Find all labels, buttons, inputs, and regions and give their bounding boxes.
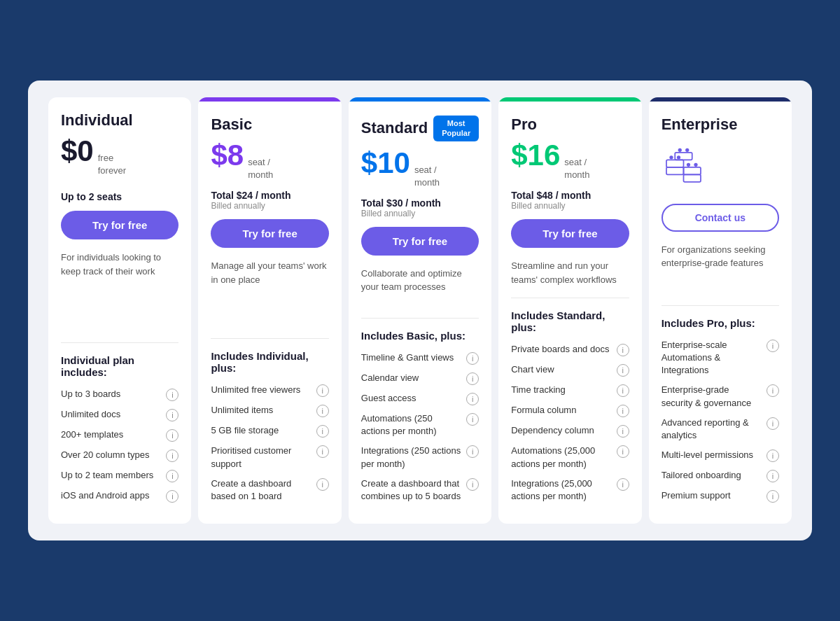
info-icon[interactable]: i: [316, 425, 329, 438]
svg-point-10: [694, 163, 697, 167]
info-icon[interactable]: i: [316, 445, 329, 458]
info-icon[interactable]: i: [466, 478, 479, 491]
contact-btn-enterprise[interactable]: Contact us: [662, 204, 779, 232]
price-row-basic: $8 seat / month: [211, 141, 328, 181]
info-icon[interactable]: i: [316, 384, 329, 397]
info-icon[interactable]: i: [466, 445, 479, 458]
feature-item: Over 20 column types i: [61, 449, 178, 462]
features-list-basic: Unlimited free viewers i Unlimited items…: [211, 384, 328, 510]
feature-item: iOS and Android apps i: [61, 489, 178, 503]
try-btn-pro[interactable]: Try for free: [511, 219, 629, 248]
seats-text-individual: Up to 2 seats: [61, 191, 178, 202]
description-pro: Streamline and run your teams' complex w…: [511, 259, 629, 286]
info-icon[interactable]: i: [766, 384, 779, 397]
divider-standard: [361, 318, 479, 319]
price-amount-pro: $16: [511, 141, 560, 170]
feature-item: Calendar view i: [361, 372, 479, 385]
info-icon[interactable]: i: [617, 478, 629, 491]
info-icon[interactable]: i: [766, 449, 779, 462]
try-btn-standard[interactable]: Try for free: [361, 227, 479, 256]
price-meta-basic: seat / month: [248, 156, 273, 181]
feature-item: Create a dashboard that combines up to 5…: [361, 477, 479, 503]
feature-item: Tailored onboarding i: [662, 469, 779, 482]
try-btn-individual[interactable]: Try for free: [61, 211, 178, 239]
info-icon[interactable]: i: [166, 389, 178, 401]
divider-basic: [211, 338, 328, 339]
feature-item: Unlimited docs i: [61, 408, 178, 421]
info-icon[interactable]: i: [166, 449, 178, 462]
price-row-pro: $16 seat / month: [511, 141, 629, 181]
feature-item: Guest access i: [361, 392, 479, 405]
info-icon[interactable]: i: [617, 425, 629, 438]
feature-item: Automations (250 actions per month) i: [361, 412, 479, 438]
info-icon[interactable]: i: [766, 490, 779, 503]
info-icon[interactable]: i: [766, 470, 779, 482]
info-icon[interactable]: i: [316, 405, 329, 417]
feature-item: Integrations (25,000 actions per month) …: [511, 477, 629, 503]
price-meta-pro: seat / month: [564, 156, 589, 181]
price-billed-basic: Billed annually: [211, 201, 328, 211]
info-icon[interactable]: i: [166, 490, 178, 503]
price-row-individual: $0 free forever: [61, 137, 178, 177]
price-meta-individual: free forever: [98, 152, 126, 177]
svg-rect-3: [683, 167, 701, 175]
plan-card-pro: Pro $16 seat / month Total $48 / month B…: [498, 97, 641, 524]
info-icon[interactable]: i: [466, 372, 479, 385]
info-icon[interactable]: i: [316, 478, 329, 491]
info-icon[interactable]: i: [617, 445, 629, 458]
svg-point-6: [677, 155, 680, 159]
feature-item: Up to 2 team members i: [61, 469, 178, 482]
price-amount-basic: $8: [211, 141, 244, 170]
svg-point-7: [678, 148, 681, 152]
divider-individual: [61, 342, 178, 343]
plan-card-standard: Standard Most Popular $10 seat / month T…: [349, 97, 491, 524]
svg-point-8: [685, 148, 689, 152]
try-btn-basic[interactable]: Try for free: [211, 219, 328, 248]
description-enterprise: For organizations seeking enterprise-gra…: [662, 243, 779, 294]
divider-pro: [511, 298, 629, 298]
features-list-enterprise: Enterprise-scale Automations & Integrati…: [662, 339, 779, 510]
svg-rect-0: [666, 167, 684, 175]
info-icon[interactable]: i: [166, 409, 178, 421]
features-title-enterprise: Includes Pro, plus:: [662, 317, 779, 329]
info-icon[interactable]: i: [166, 470, 178, 482]
plan-card-enterprise: Enterprise Contact us: [649, 97, 792, 524]
features-title-individual: Individual plan includes:: [61, 354, 178, 378]
feature-item: Prioritised customer support i: [211, 445, 328, 470]
price-meta-standard: seat / month: [414, 164, 440, 189]
plan-name-basic: Basic: [211, 116, 328, 134]
info-icon[interactable]: i: [617, 364, 629, 377]
price-amount-individual: $0: [61, 137, 94, 166]
feature-item: Premium support i: [662, 489, 779, 503]
features-title-basic: Includes Individual, plus:: [211, 350, 328, 374]
info-icon[interactable]: i: [766, 340, 779, 352]
description-basic: Manage all your teams' work in one place: [211, 259, 328, 327]
feature-item: Enterprise-scale Automations & Integrati…: [662, 339, 779, 377]
features-title-standard: Includes Basic, plus:: [361, 330, 479, 342]
price-billed-pro: Billed annually: [511, 201, 629, 211]
price-total-pro: Total $48 / month: [511, 190, 629, 201]
feature-item: Create a dashboard based on 1 board i: [211, 477, 328, 503]
plan-name-pro: Pro: [511, 116, 629, 134]
info-icon[interactable]: i: [766, 417, 779, 430]
info-icon[interactable]: i: [466, 352, 479, 365]
feature-item: 200+ templates i: [61, 428, 178, 442]
most-popular-badge: Most Popular: [433, 116, 479, 141]
feature-item: Chart view i: [511, 363, 629, 377]
info-icon[interactable]: i: [617, 384, 629, 397]
info-icon[interactable]: i: [466, 393, 479, 405]
feature-item: Formula column i: [511, 404, 629, 417]
info-icon[interactable]: i: [466, 413, 479, 426]
feature-item: Unlimited items i: [211, 404, 328, 417]
info-icon[interactable]: i: [617, 405, 629, 417]
feature-item: Automations (25,000 actions per month) i: [511, 445, 629, 470]
feature-item: Dependency column i: [511, 424, 629, 438]
features-list-pro: Private boards and docs i Chart view i T…: [511, 343, 629, 510]
info-icon[interactable]: i: [166, 429, 178, 442]
info-icon[interactable]: i: [617, 344, 629, 356]
price-row-standard: $10 seat / month: [361, 148, 479, 189]
feature-item: 5 GB file storage i: [211, 424, 328, 438]
svg-point-5: [669, 155, 673, 159]
price-billed-standard: Billed annually: [361, 209, 479, 218]
feature-item: Time tracking i: [511, 384, 629, 397]
